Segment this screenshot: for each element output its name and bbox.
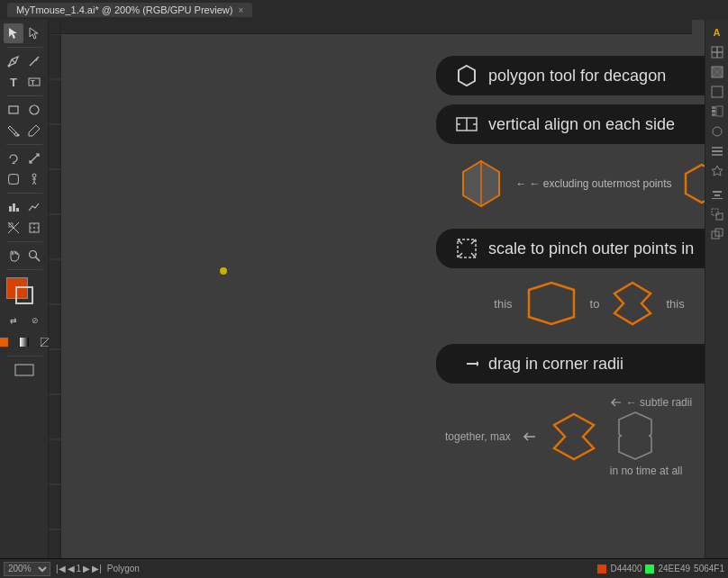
diagram1-left-shape (454, 157, 508, 211)
area-type-tool[interactable]: T (24, 72, 44, 92)
svg-rect-4 (9, 106, 18, 113)
slice-select-tool[interactable] (24, 218, 44, 238)
selection-tool-group (4, 23, 44, 43)
nav-next-button[interactable]: ▶ (83, 564, 90, 573)
svg-rect-8 (9, 206, 12, 212)
swap-colors-button[interactable]: ⇄ (4, 311, 23, 330)
puppet-warp-tool[interactable] (24, 169, 44, 189)
nav-last-button[interactable]: ▶| (92, 564, 102, 573)
nav-first-button[interactable]: |◀ (56, 564, 66, 573)
diagram2-shape-left (523, 281, 579, 326)
diagram3-in-no-time: in no time at all (610, 465, 683, 477)
color-panel-button[interactable] (708, 63, 726, 81)
card4-label: drag in corner radii (488, 355, 623, 374)
arrow-symbol: ← (515, 177, 526, 190)
rectangle-tool[interactable] (4, 100, 23, 120)
transform-panel-button[interactable] (708, 205, 726, 223)
card2-label: vertical align on each side (488, 115, 675, 134)
diagram3-right-labels: ← subtle radii in no time at all (610, 396, 692, 477)
svg-rect-19 (15, 365, 33, 375)
svg-marker-42 (459, 66, 475, 86)
color-fill-stroke[interactable] (5, 277, 44, 308)
vertical-align-icon (454, 112, 479, 137)
close-tab-button[interactable]: × (238, 5, 243, 15)
svg-rect-27 (712, 110, 715, 113)
add-anchor-tool[interactable]: + (24, 51, 44, 71)
toolbar-divider-4 (6, 193, 42, 194)
diagram1-arrow-text: ← ← excluding outermost points (515, 177, 671, 190)
pathfinder-panel-button[interactable] (708, 225, 726, 243)
svg-rect-20 (712, 47, 717, 52)
instruction-card-2: vertical align on each side (436, 104, 705, 144)
svg-rect-22 (712, 52, 717, 58)
page-navigation: |◀ ◀ 1 ▶ ▶| (56, 564, 102, 573)
line-graph-tool[interactable] (24, 197, 44, 217)
diagram-3: together, max ← subtle radii (436, 393, 705, 481)
instruction-card-1: polygon tool for decagon (436, 56, 705, 95)
color-mode-button[interactable] (0, 332, 14, 352)
canvas-area: polygon tool for decagon vertical align … (49, 20, 705, 558)
brush-panel-button[interactable] (708, 103, 726, 121)
graphic-styles-button[interactable] (708, 142, 726, 160)
gradient-mode-button[interactable] (14, 332, 34, 352)
hand-tool[interactable] (4, 246, 23, 266)
vertical-ruler-markings (49, 34, 61, 558)
instructions-panel: polygon tool for decagon vertical align … (436, 56, 705, 481)
toolbar-divider-2 (6, 95, 42, 96)
stroke-color-box[interactable] (15, 286, 33, 304)
pen-tool[interactable] (4, 51, 23, 71)
svg-rect-37 (712, 198, 723, 199)
libraries-panel-button[interactable] (708, 43, 726, 61)
scale-tool[interactable] (24, 149, 44, 168)
svg-point-5 (30, 105, 39, 114)
ruler-markings (49, 21, 692, 33)
svg-rect-39 (716, 213, 723, 220)
screen-mode-button[interactable] (8, 360, 41, 380)
swatches-panel-button[interactable] (708, 83, 726, 101)
color2-value: 24EE49 (658, 564, 690, 573)
svg-rect-16 (20, 338, 29, 347)
selection-tool[interactable] (4, 23, 23, 43)
properties-panel-button[interactable]: A (708, 23, 726, 41)
diagram3-right-shape (617, 411, 653, 461)
svg-rect-32 (712, 150, 723, 152)
svg-rect-25 (712, 86, 723, 97)
svg-point-6 (17, 134, 20, 137)
diagram-2: this to this (436, 277, 705, 330)
paintbucket-tool[interactable] (4, 121, 23, 140)
column-graph-tool[interactable] (4, 197, 23, 217)
svg-marker-51 (529, 283, 574, 324)
graph-tool-group (4, 197, 44, 217)
diagram3-together-max: together, max (445, 430, 511, 443)
align-panel-button[interactable] (708, 185, 726, 203)
eyedropper-tool[interactable] (24, 121, 44, 140)
svg-rect-9 (13, 203, 15, 212)
warp-tool[interactable] (4, 169, 23, 189)
instruction-card-4: drag in corner radii (436, 344, 705, 384)
diagram3-subtle-radii-row: ← subtle radii (610, 396, 692, 409)
svg-marker-53 (467, 356, 475, 361)
cursor-dot (220, 267, 227, 275)
color-controls: ⇄ ⊘ (4, 311, 45, 330)
nav-prev-button[interactable]: ◀ (68, 564, 75, 573)
diagram-1: ← ← excluding outermost points (436, 153, 705, 214)
slice-tool[interactable] (4, 218, 23, 238)
svg-rect-38 (712, 209, 718, 215)
none-color-button[interactable]: ⊘ (25, 311, 45, 330)
ruler-corner (49, 20, 61, 34)
type-tool[interactable]: T (4, 72, 23, 92)
zoom-select[interactable]: 200% 100% 50% (4, 562, 50, 576)
document-tab[interactable]: MyTmouse_1.4.ai* @ 200% (RGB/GPU Preview… (7, 3, 252, 17)
ellipse-tool[interactable] (24, 100, 44, 120)
diagram2-this-left: this (494, 297, 512, 311)
direct-selection-tool[interactable] (24, 23, 44, 43)
rotate-tool[interactable] (4, 149, 23, 168)
appearance-panel-button[interactable] (708, 162, 726, 180)
zoom-tool[interactable] (24, 246, 44, 266)
svg-rect-21 (717, 47, 723, 52)
left-toolbar: + T T (0, 20, 49, 558)
diagram3-subtle-radii-text: ← subtle radii (626, 396, 692, 409)
symbols-panel-button[interactable] (708, 122, 726, 140)
shape-tool-group (4, 100, 44, 120)
svg-marker-49 (686, 165, 705, 203)
